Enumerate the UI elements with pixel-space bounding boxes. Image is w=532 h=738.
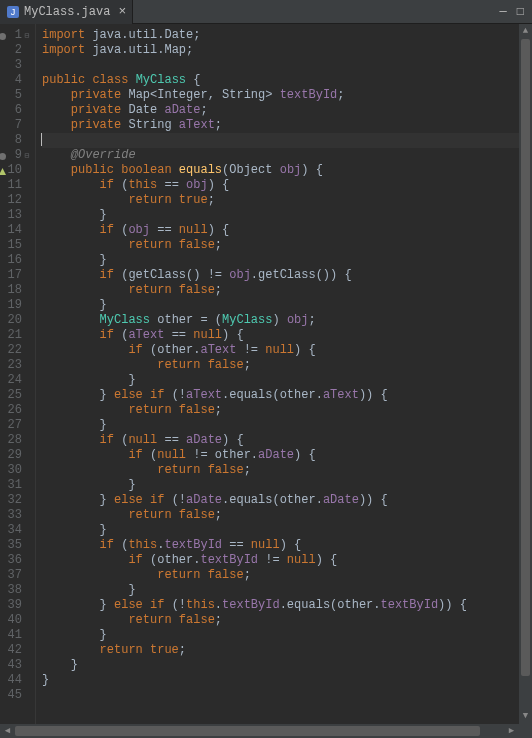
horizontal-scroll-thumb[interactable] — [15, 726, 480, 736]
fold-toggle-icon[interactable]: ⊟ — [23, 28, 31, 43]
scroll-up-arrow-icon[interactable]: ▲ — [519, 24, 532, 39]
code-line[interactable]: } — [42, 658, 519, 673]
code-line[interactable]: return true; — [42, 193, 519, 208]
code-line[interactable]: } — [42, 253, 519, 268]
line-number[interactable]: 2 — [0, 43, 35, 58]
maximize-button[interactable]: □ — [517, 5, 524, 19]
line-number[interactable]: 44 — [0, 673, 35, 688]
line-number[interactable]: 27 — [0, 418, 35, 433]
line-number[interactable]: 33 — [0, 508, 35, 523]
code-line[interactable]: return false; — [42, 358, 519, 373]
code-line[interactable]: } else if (!aText.equals(other.aText)) { — [42, 388, 519, 403]
code-line[interactable]: } — [42, 478, 519, 493]
line-number[interactable]: 37 — [0, 568, 35, 583]
line-number-gutter[interactable]: 1⊟23456789⊟10111213141516171819202122232… — [0, 24, 36, 724]
line-number[interactable]: 24 — [0, 373, 35, 388]
code-line[interactable]: if (null != other.aDate) { — [42, 448, 519, 463]
line-number[interactable]: 10 — [0, 163, 35, 178]
line-number[interactable]: 31 — [0, 478, 35, 493]
code-line[interactable] — [42, 58, 519, 73]
line-number[interactable]: 35 — [0, 538, 35, 553]
code-line[interactable]: return true; — [42, 643, 519, 658]
code-line[interactable]: if (aText == null) { — [42, 328, 519, 343]
vertical-scrollbar[interactable]: ▲ ▼ — [519, 24, 532, 724]
code-line[interactable]: private String aText; — [42, 118, 519, 133]
scroll-left-arrow-icon[interactable]: ◀ — [0, 724, 15, 738]
line-number[interactable]: 19 — [0, 298, 35, 313]
line-number[interactable]: 32 — [0, 493, 35, 508]
line-number[interactable]: 18 — [0, 283, 35, 298]
line-number[interactable]: 5 — [0, 88, 35, 103]
line-number[interactable]: 13 — [0, 208, 35, 223]
line-number[interactable]: 20 — [0, 313, 35, 328]
code-line[interactable]: if (this.textById == null) { — [42, 538, 519, 553]
code-line[interactable]: } — [42, 523, 519, 538]
line-number[interactable]: 45 — [0, 688, 35, 703]
code-line[interactable]: } else if (!aDate.equals(other.aDate)) { — [42, 493, 519, 508]
code-line[interactable]: return false; — [42, 508, 519, 523]
line-number[interactable]: 25 — [0, 388, 35, 403]
line-number[interactable]: 12 — [0, 193, 35, 208]
line-number[interactable]: 30 — [0, 463, 35, 478]
line-number[interactable]: 42 — [0, 643, 35, 658]
code-line[interactable]: MyClass other = (MyClass) obj; — [42, 313, 519, 328]
editor-tab[interactable]: J MyClass.java × — [0, 0, 133, 24]
scroll-down-arrow-icon[interactable]: ▼ — [519, 709, 532, 724]
line-number[interactable]: 15 — [0, 238, 35, 253]
code-line[interactable] — [42, 133, 519, 148]
line-number[interactable]: 17 — [0, 268, 35, 283]
code-line[interactable]: return false; — [42, 238, 519, 253]
line-number[interactable]: 40 — [0, 613, 35, 628]
line-number[interactable]: 34 — [0, 523, 35, 538]
line-number[interactable]: 9⊟ — [0, 148, 35, 163]
code-line[interactable]: } — [42, 373, 519, 388]
code-line[interactable]: } — [42, 418, 519, 433]
code-line[interactable] — [42, 688, 519, 703]
code-line[interactable]: if (other.textById != null) { — [42, 553, 519, 568]
line-number[interactable]: 14 — [0, 223, 35, 238]
line-number[interactable]: 38 — [0, 583, 35, 598]
line-number[interactable]: 6 — [0, 103, 35, 118]
scroll-right-arrow-icon[interactable]: ▶ — [504, 724, 519, 738]
line-number[interactable]: 8 — [0, 133, 35, 148]
code-line[interactable]: return false; — [42, 568, 519, 583]
vertical-scroll-thumb[interactable] — [521, 39, 530, 676]
line-number[interactable]: 3 — [0, 58, 35, 73]
line-number[interactable]: 43 — [0, 658, 35, 673]
line-number[interactable]: 7 — [0, 118, 35, 133]
close-tab-icon[interactable]: × — [118, 4, 126, 19]
fold-toggle-icon[interactable]: ⊟ — [23, 148, 31, 163]
code-line[interactable]: public boolean equals(Object obj) { — [42, 163, 519, 178]
code-line[interactable]: } — [42, 673, 519, 688]
code-line[interactable]: import java.util.Map; — [42, 43, 519, 58]
line-number[interactable]: 41 — [0, 628, 35, 643]
code-line[interactable]: if (other.aText != null) { — [42, 343, 519, 358]
line-number[interactable]: 39 — [0, 598, 35, 613]
line-number[interactable]: 11 — [0, 178, 35, 193]
minimize-button[interactable]: — — [500, 5, 507, 19]
line-number[interactable]: 22 — [0, 343, 35, 358]
code-line[interactable]: public class MyClass { — [42, 73, 519, 88]
line-number[interactable]: 28 — [0, 433, 35, 448]
code-line[interactable]: } — [42, 298, 519, 313]
code-line[interactable]: if (this == obj) { — [42, 178, 519, 193]
line-number[interactable]: 23 — [0, 358, 35, 373]
code-line[interactable]: return false; — [42, 403, 519, 418]
code-line[interactable]: } — [42, 208, 519, 223]
line-number[interactable]: 21 — [0, 328, 35, 343]
code-line[interactable]: if (obj == null) { — [42, 223, 519, 238]
horizontal-scrollbar[interactable]: ◀ ▶ — [0, 724, 532, 738]
code-line[interactable]: } — [42, 628, 519, 643]
line-number[interactable]: 16 — [0, 253, 35, 268]
code-line[interactable]: private Map<Integer, String> textById; — [42, 88, 519, 103]
code-line[interactable]: return false; — [42, 463, 519, 478]
code-line[interactable]: if (getClass() != obj.getClass()) { — [42, 268, 519, 283]
vertical-scroll-track[interactable] — [519, 39, 532, 709]
code-line[interactable]: } else if (!this.textById.equals(other.t… — [42, 598, 519, 613]
code-area[interactable]: import java.util.Date;import java.util.M… — [36, 24, 519, 724]
code-line[interactable]: if (null == aDate) { — [42, 433, 519, 448]
code-line[interactable]: @Override — [42, 148, 519, 163]
line-number[interactable]: 29 — [0, 448, 35, 463]
code-line[interactable]: return false; — [42, 613, 519, 628]
code-line[interactable]: return false; — [42, 283, 519, 298]
